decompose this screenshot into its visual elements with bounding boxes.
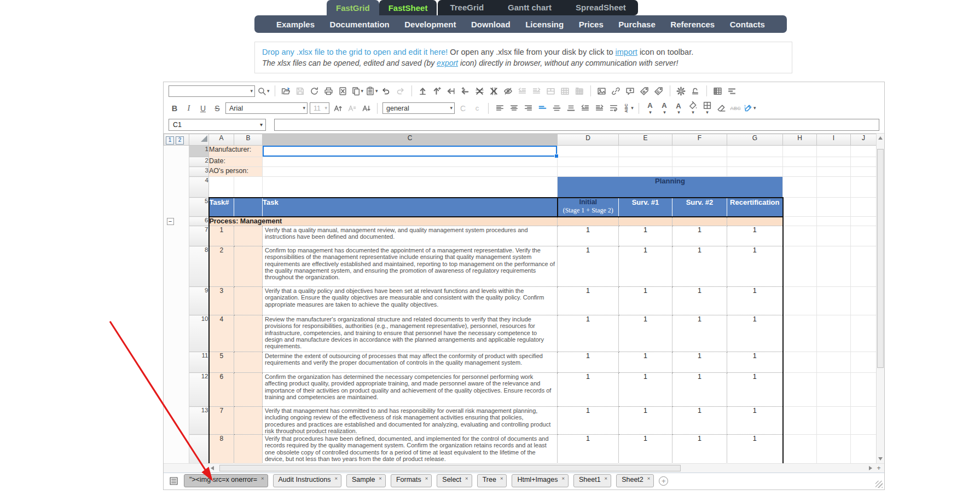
menu-item-download[interactable]: Download bbox=[471, 20, 511, 29]
comment-icon[interactable] bbox=[624, 84, 636, 97]
sheet-selector[interactable]: ▾ bbox=[169, 85, 255, 97]
indent-icon[interactable] bbox=[593, 102, 605, 115]
top-color-button[interactable]: A▾ bbox=[672, 102, 685, 115]
header-cell-task-no[interactable]: Task# bbox=[209, 198, 234, 217]
scroll-right-icon[interactable] bbox=[869, 466, 872, 470]
cell[interactable] bbox=[817, 177, 851, 198]
cell[interactable] bbox=[558, 146, 619, 157]
tab-treegrid[interactable]: TreeGrid bbox=[438, 0, 496, 15]
cell[interactable] bbox=[234, 287, 263, 315]
cell[interactable] bbox=[727, 157, 783, 167]
cell[interactable] bbox=[619, 167, 672, 177]
task-value-cell[interactable]: 1 bbox=[619, 246, 672, 287]
close-icon[interactable]: × bbox=[647, 476, 651, 481]
row-header-2[interactable]: 2 bbox=[189, 157, 209, 167]
clear-format-icon[interactable] bbox=[715, 102, 727, 115]
task-value-cell[interactable]: 1 bbox=[558, 287, 619, 315]
task-value-cell[interactable]: 1 bbox=[727, 373, 783, 407]
task-value-cell[interactable]: 1 bbox=[672, 246, 727, 287]
collapse-group-button[interactable]: − bbox=[167, 218, 174, 225]
cell[interactable] bbox=[234, 226, 263, 246]
column-header-j[interactable]: J bbox=[851, 134, 877, 146]
row-header-14[interactable] bbox=[189, 435, 209, 464]
task-value-cell[interactable]: 1 bbox=[727, 287, 783, 315]
vertical-scrollbar[interactable] bbox=[876, 134, 884, 463]
task-value-cell[interactable]: 1 bbox=[727, 246, 783, 287]
hide-icon[interactable] bbox=[502, 84, 514, 97]
task-number-cell[interactable]: 2 bbox=[209, 246, 234, 287]
image-icon[interactable] bbox=[596, 84, 608, 97]
rotate-text-button[interactable]: ABC▾ bbox=[622, 102, 634, 115]
cell[interactable] bbox=[234, 177, 263, 198]
bold-button[interactable]: B bbox=[169, 102, 181, 115]
valign-bottom-icon[interactable] bbox=[565, 102, 577, 115]
selected-cell-c1[interactable] bbox=[263, 146, 558, 157]
font-increase-icon[interactable] bbox=[332, 102, 344, 115]
task-value-cell[interactable]: 1 bbox=[672, 315, 727, 352]
close-icon[interactable]: × bbox=[561, 476, 565, 481]
delete-col-icon[interactable] bbox=[488, 84, 500, 97]
cell-a2[interactable]: Date: bbox=[209, 157, 263, 167]
menu-item-examples[interactable]: Examples bbox=[276, 20, 315, 29]
planning-header-cell[interactable]: Planning bbox=[558, 177, 783, 198]
task-value-cell[interactable]: 1 bbox=[727, 407, 783, 435]
task-value-cell[interactable]: 1 bbox=[558, 226, 619, 246]
task-text-cell[interactable]: Confirm top management has documented th… bbox=[263, 246, 558, 287]
task-value-cell[interactable]: 1 bbox=[727, 315, 783, 352]
cell[interactable] bbox=[851, 373, 877, 407]
cell[interactable] bbox=[851, 352, 877, 373]
import-link[interactable]: import bbox=[616, 48, 637, 56]
close-icon[interactable]: × bbox=[605, 476, 608, 481]
cell[interactable] bbox=[817, 226, 851, 246]
sheet-tab[interactable]: Sheet2× bbox=[616, 474, 654, 487]
cell[interactable] bbox=[783, 315, 817, 352]
header-cell-surv2[interactable]: Surv. #2 bbox=[672, 198, 727, 217]
header-cell-task[interactable]: Task bbox=[263, 198, 558, 217]
task-text-cell[interactable]: Verify that a quality manual, management… bbox=[263, 226, 558, 246]
column-header-b[interactable]: B bbox=[234, 134, 263, 146]
font-decrease-icon[interactable] bbox=[360, 102, 372, 115]
cell[interactable] bbox=[209, 177, 234, 198]
cell[interactable] bbox=[851, 157, 877, 167]
settings-icon[interactable] bbox=[675, 84, 687, 97]
task-value-cell[interactable]: 1 bbox=[558, 373, 619, 407]
insert-row-add-icon[interactable] bbox=[431, 84, 443, 97]
fill-color-button[interactable]: ▾ bbox=[687, 102, 699, 115]
close-icon[interactable]: × bbox=[425, 476, 428, 481]
reload-icon[interactable] bbox=[309, 84, 321, 97]
menu-item-contacts[interactable]: Contacts bbox=[730, 20, 765, 29]
row-header-1[interactable]: 1 bbox=[189, 146, 209, 157]
cell[interactable] bbox=[234, 373, 263, 407]
cell[interactable] bbox=[817, 246, 851, 287]
cell[interactable] bbox=[672, 217, 727, 226]
resize-handle[interactable] bbox=[875, 481, 883, 488]
italic-button[interactable]: I bbox=[183, 102, 195, 115]
menu-item-purchase[interactable]: Purchase bbox=[618, 20, 656, 29]
close-icon[interactable]: × bbox=[465, 476, 468, 481]
layout-icon[interactable] bbox=[726, 84, 738, 97]
cell[interactable] bbox=[783, 217, 817, 226]
task-value-cell[interactable]: 1 bbox=[558, 246, 619, 287]
selection-fill-handle[interactable] bbox=[554, 154, 559, 158]
delete-row-icon[interactable] bbox=[474, 84, 486, 97]
cell[interactable] bbox=[817, 146, 851, 157]
row-header-5[interactable]: 5 bbox=[189, 198, 209, 217]
task-value-cell[interactable]: 1 bbox=[727, 352, 783, 373]
column-header-f[interactable]: F bbox=[672, 134, 727, 146]
menu-item-development[interactable]: Development bbox=[404, 20, 456, 29]
cell[interactable] bbox=[783, 407, 817, 435]
menu-item-references[interactable]: References bbox=[670, 20, 715, 29]
section-title-cell[interactable]: Process: Management bbox=[209, 217, 558, 226]
task-value-cell[interactable]: 1 bbox=[672, 352, 727, 373]
header-cell-initial[interactable]: Initial(Stage 1 + Stage 2) bbox=[558, 198, 619, 217]
cell[interactable] bbox=[619, 146, 672, 157]
close-icon[interactable]: × bbox=[334, 476, 338, 481]
tab-gantt-chart[interactable]: Gantt chart bbox=[496, 0, 564, 15]
tag-add-icon[interactable] bbox=[639, 84, 651, 97]
font-color-button[interactable]: A▾ bbox=[644, 102, 656, 115]
task-text-cell[interactable]: Verify that a quality policy and objecti… bbox=[263, 287, 558, 315]
column-header-a[interactable]: A bbox=[209, 134, 234, 146]
cell[interactable] bbox=[783, 198, 817, 217]
valign-middle-icon[interactable] bbox=[550, 102, 563, 115]
font-color-alt-button[interactable]: A▾ bbox=[658, 102, 670, 115]
